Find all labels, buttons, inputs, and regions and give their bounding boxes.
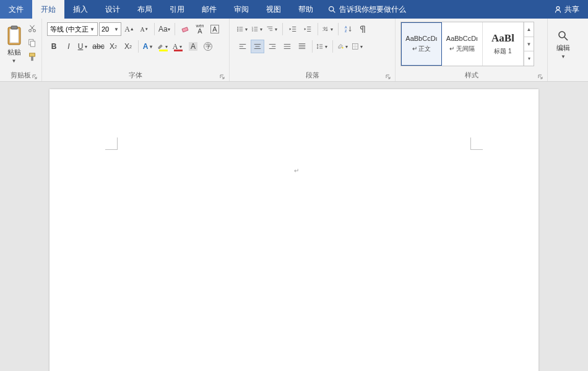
search-icon	[328, 6, 336, 14]
styles-gallery: AaBbCcDı ↵ 正文 AaBbCcDı ↵ 无间隔 AaBl 标题 1 ▲…	[400, 22, 534, 66]
cut-button[interactable]	[25, 22, 39, 35]
sort-button[interactable]: AZ	[342, 22, 355, 36]
multilevel-list-button[interactable]: ▾	[266, 22, 279, 36]
align-justify-button[interactable]	[280, 40, 294, 53]
tab-references[interactable]: 引用	[161, 0, 193, 19]
character-shading-button[interactable]: A	[186, 40, 200, 53]
tab-mailings[interactable]: 邮件	[193, 0, 225, 19]
gallery-up-button[interactable]: ▲	[524, 22, 534, 37]
align-right-button[interactable]	[266, 40, 279, 53]
copy-button[interactable]	[25, 36, 39, 50]
gallery-more-button[interactable]: ▾	[524, 51, 534, 66]
change-case-button[interactable]: Aa▾	[158, 22, 171, 36]
document-area[interactable]: ↵	[0, 82, 588, 371]
tab-file[interactable]: 文件	[0, 0, 32, 19]
chevron-down-icon: ▼	[114, 27, 119, 32]
decrease-indent-button[interactable]	[286, 22, 300, 36]
increase-indent-button[interactable]	[301, 22, 314, 36]
svg-point-0	[329, 6, 334, 11]
font-name-combo[interactable]: 等线 (中文正 ▼	[47, 22, 98, 36]
font-size-combo[interactable]: 20 ▼	[99, 22, 121, 36]
style-heading1[interactable]: AaBl 标题 1	[483, 22, 524, 66]
styles-launcher[interactable]	[537, 74, 543, 80]
text-direction-button[interactable]: 文▾	[321, 22, 335, 36]
shading-button[interactable]: ▾	[336, 40, 350, 53]
svg-point-6	[29, 30, 32, 32]
chevron-down-icon: ▼	[561, 54, 566, 59]
increase-font-button[interactable]: A▲	[123, 22, 136, 36]
svg-point-15	[237, 27, 238, 28]
svg-point-17	[237, 30, 238, 32]
editing-button[interactable]: 编辑 ▼	[550, 20, 576, 69]
paste-button[interactable]: 粘贴 ▼	[2, 20, 25, 69]
svg-line-9	[30, 25, 34, 30]
tab-home[interactable]: 开始	[32, 0, 64, 19]
document-page[interactable]: ↵	[50, 89, 538, 371]
svg-rect-11	[30, 41, 35, 46]
svg-text:A: A	[345, 25, 347, 29]
paste-label: 粘贴	[7, 48, 21, 57]
styles-group-label: 样式	[465, 71, 478, 80]
strikethrough-button[interactable]: abc	[92, 40, 105, 53]
clear-formatting-button[interactable]	[178, 22, 192, 36]
text-direction-icon: 文	[322, 25, 329, 33]
show-marks-button[interactable]	[357, 22, 370, 36]
align-right-icon	[268, 42, 277, 51]
font-launcher[interactable]	[219, 74, 225, 80]
bold-button[interactable]: B	[47, 40, 61, 53]
highlight-color-button[interactable]: ▾	[157, 40, 170, 53]
svg-line-63	[564, 37, 568, 40]
subscript-button[interactable]: X2	[106, 40, 120, 53]
font-name-value: 等线 (中文正	[50, 25, 89, 34]
italic-button[interactable]: I	[62, 40, 76, 53]
tellme-search[interactable]: 告诉我你想要做什么	[322, 0, 412, 19]
phonetic-guide-button[interactable]: wénA	[193, 22, 207, 36]
font-color-button[interactable]: A▾	[171, 40, 185, 53]
svg-text:Z: Z	[345, 29, 347, 33]
borders-button[interactable]: ▾	[351, 40, 365, 53]
bullets-button[interactable]: ▾	[236, 22, 249, 36]
align-distributed-icon	[298, 42, 306, 51]
text-effects-button[interactable]: A▾	[142, 40, 155, 53]
character-border-button[interactable]: A	[208, 22, 222, 36]
numbering-button[interactable]: 123▾	[251, 22, 264, 36]
enclose-characters-button[interactable]: 字	[201, 40, 215, 53]
align-center-button[interactable]	[251, 40, 264, 53]
svg-text:3: 3	[252, 30, 253, 32]
tab-insert[interactable]: 插入	[64, 0, 97, 19]
numbering-icon: 123	[251, 25, 259, 33]
align-distributed-button[interactable]	[295, 40, 309, 53]
line-spacing-button[interactable]: ▾	[316, 40, 329, 53]
style-normal[interactable]: AaBbCcDı ↵ 正文	[401, 22, 442, 66]
underline-button[interactable]: U▾	[77, 40, 90, 53]
tab-layout[interactable]: 布局	[129, 0, 161, 19]
align-left-button[interactable]	[236, 40, 249, 53]
tab-view[interactable]: 视图	[257, 0, 290, 19]
svg-rect-4	[10, 29, 19, 43]
format-painter-button[interactable]	[25, 50, 39, 64]
editing-label: 编辑	[556, 43, 570, 53]
clipboard-launcher[interactable]	[32, 74, 38, 80]
tab-design[interactable]: 设计	[97, 0, 129, 19]
svg-rect-14	[182, 27, 188, 32]
decrease-font-button[interactable]: A▼	[137, 22, 151, 36]
tab-help[interactable]: 帮助	[290, 0, 322, 19]
line-spacing-icon	[316, 42, 324, 51]
superscript-button[interactable]: X2	[121, 40, 135, 53]
find-icon	[557, 30, 569, 42]
clipboard-group-label: 剪贴板	[11, 71, 31, 80]
launcher-icon	[538, 74, 543, 79]
style-name: ↵ 无间隔	[449, 45, 475, 53]
brush-icon	[28, 53, 37, 61]
style-preview: AaBbCcDı	[446, 35, 478, 42]
paragraph-launcher[interactable]	[385, 74, 391, 80]
tab-review[interactable]: 审阅	[225, 0, 257, 19]
font-size-value: 20	[102, 25, 109, 33]
paste-dropdown-icon: ▼	[12, 58, 17, 64]
share-button[interactable]: 共享	[545, 0, 588, 19]
style-no-spacing[interactable]: AaBbCcDı ↵ 无间隔	[442, 22, 483, 66]
margin-corner-tr	[470, 137, 483, 150]
margin-corner-tl	[105, 137, 118, 150]
gallery-down-button[interactable]: ▼	[524, 37, 534, 52]
bucket-icon	[337, 42, 344, 51]
